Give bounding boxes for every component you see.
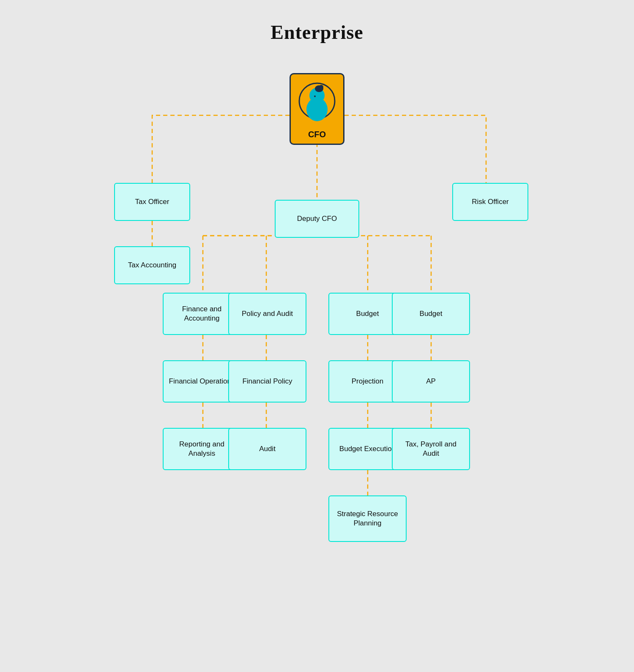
budget-execution-label: Budget Execution [339,444,396,454]
risk-officer-node: Risk Officer [452,183,528,221]
deputy-cfo-label: Deputy CFO [297,214,337,223]
ap-label: AP [426,377,436,386]
strategic-resource-label: Strategic Resource Planning [333,509,402,528]
reporting-analysis-label: Reporting and Analysis [168,440,236,458]
finance-accounting-label: Finance and Accounting [168,305,236,323]
financial-operations-label: Financial Operations [169,377,235,386]
cfo-label: CFO [308,130,326,139]
tax-officer-label: Tax Officer [135,197,169,207]
audit-label: Audit [259,444,276,454]
budget2-node: Budget [392,293,470,335]
page-title: Enterprise [271,21,363,44]
svg-point-15 [319,85,323,89]
ap-node: AP [392,360,470,403]
tax-accounting-node: Tax Accounting [114,246,190,284]
audit-node: Audit [228,428,306,470]
budget1-label: Budget [356,309,379,318]
tax-officer-node: Tax Officer [114,183,190,221]
policy-audit-label: Policy and Audit [242,309,293,318]
tax-payroll-audit-node: Tax, Payroll and Audit [392,428,470,470]
financial-policy-label: Financial Policy [242,377,292,386]
strategic-resource-node: Strategic Resource Planning [328,495,407,542]
org-chart: CFO Tax Officer Risk Officer Tax Account… [85,60,549,672]
svg-point-16 [314,95,316,97]
budget2-label: Budget [420,309,443,318]
deputy-cfo-node: Deputy CFO [275,200,359,238]
policy-audit-node: Policy and Audit [228,293,306,335]
projection-label: Projection [352,377,384,386]
page-container: Enterprise [0,0,634,672]
cfo-node: CFO [290,73,344,145]
financial-policy-node: Financial Policy [228,360,306,403]
tax-accounting-label: Tax Accounting [128,261,176,270]
tax-payroll-audit-label: Tax, Payroll and Audit [397,440,465,458]
risk-officer-label: Risk Officer [472,197,509,207]
